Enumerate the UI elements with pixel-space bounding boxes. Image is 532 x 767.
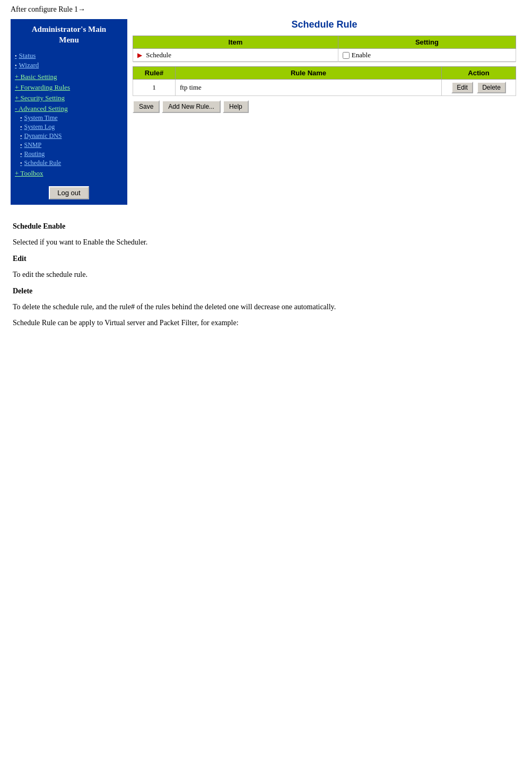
rule-action-header: Action <box>442 67 516 80</box>
edit-text: To edit the schedule rule. <box>13 269 519 281</box>
edit-button[interactable]: Edit <box>451 82 473 93</box>
sidebar-advanced-submenu: • System Time • System Log • Dynamic DNS… <box>20 114 123 167</box>
sidebar-title: Administrator's Main Menu <box>15 24 123 45</box>
logout-button[interactable]: Log out <box>49 186 89 199</box>
sidebar-section-security: + Security Setting <box>15 94 123 102</box>
logout-area: Log out <box>15 186 123 199</box>
table-row: 1 ftp time Edit Delete <box>133 80 516 96</box>
sidebar-item-schedule-rule[interactable]: • Schedule Rule <box>20 159 123 167</box>
schedule-item-cell: ▶ Schedule <box>133 49 338 62</box>
schedule-enable-cell: Enable <box>338 49 516 62</box>
sidebar-item-system-log[interactable]: • System Log <box>20 123 123 131</box>
sidebar-status-section: • Status • Wizard <box>15 51 123 69</box>
item-header: Item <box>133 36 338 49</box>
delete-text: To delete the schedule rule, and the rul… <box>13 301 519 313</box>
sidebar-item-status[interactable]: • Status <box>15 51 123 60</box>
schedule-row: ▶ Schedule Enable <box>133 49 516 62</box>
sidebar-item-dynamic-dns[interactable]: • Dynamic DNS <box>20 132 123 140</box>
sidebar-toolbox-link[interactable]: + Toolbox <box>15 169 43 177</box>
sidebar-item-system-time[interactable]: • System Time <box>20 114 123 122</box>
rule-action-cell: Edit Delete <box>442 80 516 96</box>
schedule-enable-table: Item Setting ▶ Schedule Enable <box>133 36 516 62</box>
description-section: Schedule Enable Selected if you want to … <box>11 221 521 329</box>
sidebar-section-advanced: - Advanced Setting • System Time • Syste… <box>15 104 123 167</box>
rule-num-header: Rule# <box>133 67 176 80</box>
rule-num-cell: 1 <box>133 80 176 96</box>
sidebar-item-snmp[interactable]: • SNMP <box>20 141 123 149</box>
sidebar-section-forwarding: + Forwarding Rules <box>15 83 123 92</box>
edit-title: Edit <box>13 255 27 263</box>
sidebar-section-basic: + Basic Setting <box>15 73 123 81</box>
schedule-rule-title: Schedule Rule <box>133 19 516 30</box>
schedule-enable-title: Schedule Enable <box>13 222 65 230</box>
save-button[interactable]: Save <box>133 100 160 113</box>
bottom-buttons: Save Add New Rule... Help <box>133 100 516 113</box>
setting-header: Setting <box>338 36 516 49</box>
help-button[interactable]: Help <box>223 100 249 113</box>
rule-name-header: Rule Name <box>176 67 442 80</box>
sidebar-forwarding-rules-link[interactable]: + Forwarding Rules <box>15 83 70 91</box>
rules-table: Rule# Rule Name Action 1 ftp time Edit D… <box>133 66 516 96</box>
enable-label: Enable <box>352 51 371 59</box>
sidebar: Administrator's Main Menu • Status • Wiz… <box>11 19 127 205</box>
delete-button[interactable]: Delete <box>477 82 506 93</box>
main-content: Schedule Rule Item Setting ▶ Schedule <box>127 19 521 205</box>
footer-text: Schedule Rule can be apply to Virtual se… <box>13 317 519 329</box>
delete-title: Delete <box>13 287 32 295</box>
rule-name-cell: ftp time <box>176 80 442 96</box>
schedule-enable-text: Selected if you want to Enable the Sched… <box>13 237 519 248</box>
add-new-rule-button[interactable]: Add New Rule... <box>162 100 221 113</box>
sidebar-security-setting-link[interactable]: + Security Setting <box>15 94 65 102</box>
sidebar-section-toolbox: + Toolbox <box>15 169 123 178</box>
enable-checkbox[interactable] <box>343 52 350 59</box>
sidebar-item-wizard[interactable]: • Wizard <box>15 61 123 69</box>
sidebar-basic-setting-link[interactable]: + Basic Setting <box>15 73 57 81</box>
sidebar-item-routing[interactable]: • Routing <box>20 150 123 158</box>
sidebar-advanced-setting-link[interactable]: - Advanced Setting <box>15 104 68 112</box>
page-header: After configure Rule 1→ <box>11 5 521 14</box>
